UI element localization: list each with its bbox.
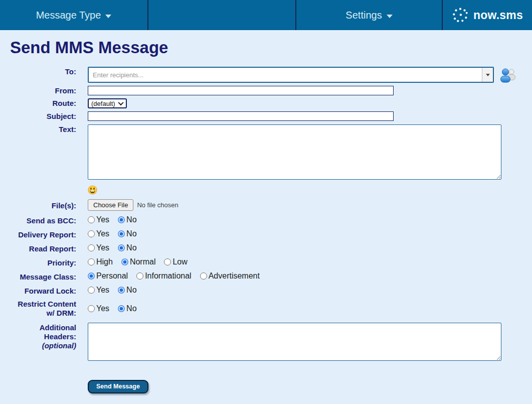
radio-icon[interactable] bbox=[88, 230, 95, 237]
priority-option-low[interactable]: Low bbox=[164, 257, 187, 266]
read-option-no[interactable]: No bbox=[118, 243, 136, 252]
forward-lock-row: Forward Lock: Yes No bbox=[0, 286, 532, 296]
from-row: From: bbox=[0, 86, 532, 95]
class-option-informational[interactable]: Informational bbox=[136, 272, 192, 281]
route-row: Route: (default) bbox=[0, 98, 532, 108]
option-label: Yes bbox=[96, 286, 109, 295]
radio-icon[interactable] bbox=[88, 273, 95, 280]
additional-headers-textarea[interactable] bbox=[88, 323, 501, 361]
drm-option-no[interactable]: No bbox=[118, 304, 136, 313]
restrict-drm-label: Restrict Content w/ DRM: bbox=[14, 300, 76, 318]
option-label: No bbox=[126, 304, 136, 313]
option-label: Yes bbox=[96, 229, 109, 238]
radio-icon[interactable] bbox=[88, 305, 95, 312]
option-label: Low bbox=[172, 257, 187, 266]
option-label: Yes bbox=[96, 215, 109, 224]
bcc-option-no[interactable]: No bbox=[118, 215, 136, 224]
class-option-personal[interactable]: Personal bbox=[88, 272, 128, 281]
option-label: Normal bbox=[130, 257, 156, 266]
option-label: No bbox=[126, 229, 136, 238]
forward-option-yes[interactable]: Yes bbox=[88, 286, 109, 295]
submit-row: Send Message bbox=[88, 380, 532, 393]
option-label: No bbox=[126, 243, 136, 252]
contacts-icon[interactable] bbox=[499, 67, 516, 83]
nowsms-dots-icon bbox=[452, 7, 469, 24]
radio-icon[interactable] bbox=[88, 287, 95, 294]
nav-message-type-label: Message Type bbox=[36, 10, 101, 21]
read-report-label: Read Report: bbox=[0, 243, 76, 253]
page-title: Send MMS Message bbox=[10, 38, 532, 57]
files-label: File(s): bbox=[0, 199, 76, 210]
brand-text: now.sms bbox=[473, 9, 523, 22]
option-label: Yes bbox=[96, 304, 109, 313]
to-label: To: bbox=[0, 67, 76, 76]
class-option-advertisement[interactable]: Advertisement bbox=[200, 272, 260, 281]
radio-icon[interactable] bbox=[88, 258, 95, 265]
read-report-row: Read Report: Yes No bbox=[0, 243, 532, 253]
nav-spacer bbox=[148, 0, 296, 30]
additional-headers-label-text: Additional Headers: bbox=[40, 323, 76, 341]
message-class-row: Message Class: Personal Informational Ad… bbox=[0, 272, 532, 282]
text-row: Text: bbox=[0, 124, 532, 182]
restrict-drm-row: Restrict Content w/ DRM: Yes No bbox=[0, 300, 532, 318]
radio-icon[interactable] bbox=[200, 273, 207, 280]
bcc-option-yes[interactable]: Yes bbox=[88, 215, 109, 224]
radio-icon[interactable] bbox=[118, 305, 125, 312]
radio-icon[interactable] bbox=[136, 273, 143, 280]
message-text-area[interactable] bbox=[88, 124, 501, 180]
delivery-report-label: Delivery Report: bbox=[0, 229, 76, 239]
forward-lock-label: Forward Lock: bbox=[0, 286, 76, 296]
radio-icon[interactable] bbox=[164, 258, 171, 265]
route-label: Route: bbox=[0, 98, 76, 108]
radio-icon[interactable] bbox=[88, 216, 95, 223]
text-label: Text: bbox=[0, 124, 76, 134]
radio-icon[interactable] bbox=[118, 230, 125, 237]
emoji-row bbox=[88, 185, 532, 195]
forward-option-no[interactable]: No bbox=[118, 286, 136, 295]
option-label: Personal bbox=[96, 272, 128, 281]
caret-down-icon bbox=[387, 15, 393, 18]
send-as-bcc-label: Send as BCC: bbox=[0, 215, 76, 225]
recipients-dropdown-button[interactable] bbox=[482, 68, 493, 82]
subject-input[interactable] bbox=[88, 111, 394, 121]
delivery-option-yes[interactable]: Yes bbox=[88, 229, 109, 238]
file-status-text: No file chosen bbox=[137, 201, 178, 209]
send-message-button[interactable]: Send Message bbox=[88, 380, 148, 393]
brand-logo: now.sms bbox=[443, 0, 532, 30]
additional-headers-row: Additional Headers: (optional) bbox=[0, 323, 532, 363]
additional-headers-label: Additional Headers: (optional) bbox=[35, 323, 76, 350]
drm-option-yes[interactable]: Yes bbox=[88, 304, 109, 313]
recipients-combobox[interactable] bbox=[88, 67, 494, 83]
read-option-yes[interactable]: Yes bbox=[88, 243, 109, 252]
from-input[interactable] bbox=[88, 86, 394, 95]
nav-settings-label: Settings bbox=[345, 10, 382, 21]
option-label: No bbox=[126, 215, 136, 224]
option-label: Advertisement bbox=[209, 272, 260, 281]
option-label: Yes bbox=[96, 243, 109, 252]
nav-item-settings[interactable]: Settings bbox=[296, 0, 443, 30]
route-selected-value: (default) bbox=[91, 100, 115, 107]
grinning-face-icon[interactable] bbox=[88, 185, 97, 195]
delivery-report-row: Delivery Report: Yes No bbox=[0, 229, 532, 239]
files-row: File(s): Choose File No file chosen bbox=[0, 199, 532, 211]
radio-icon[interactable] bbox=[88, 244, 95, 251]
choose-file-button[interactable]: Choose File bbox=[88, 199, 133, 211]
priority-option-high[interactable]: High bbox=[88, 257, 113, 266]
radio-icon[interactable] bbox=[118, 216, 125, 223]
priority-row: Priority: High Normal Low bbox=[0, 257, 532, 267]
radio-icon[interactable] bbox=[121, 258, 128, 265]
nav-item-message-type[interactable]: Message Type bbox=[0, 0, 148, 30]
route-select[interactable]: (default) bbox=[88, 98, 127, 108]
chevron-down-icon bbox=[118, 100, 123, 105]
subject-row: Subject: bbox=[0, 111, 532, 121]
delivery-option-no[interactable]: No bbox=[118, 229, 136, 238]
priority-label: Priority: bbox=[0, 257, 76, 267]
radio-icon[interactable] bbox=[118, 287, 125, 294]
caret-down-icon bbox=[486, 74, 490, 76]
recipients-input[interactable] bbox=[89, 68, 482, 82]
message-class-label: Message Class: bbox=[0, 272, 76, 282]
option-label: High bbox=[96, 257, 113, 266]
radio-icon[interactable] bbox=[118, 244, 125, 251]
priority-option-normal[interactable]: Normal bbox=[121, 257, 156, 266]
from-label: From: bbox=[0, 86, 76, 95]
